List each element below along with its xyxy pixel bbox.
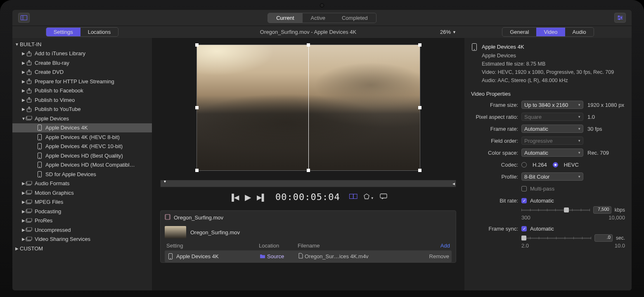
sidebar-item[interactable]: Add to iTunes Library	[12, 49, 152, 59]
codec-h264-radio[interactable]	[521, 162, 527, 167]
preset-item[interactable]: Apple Devices 4K (HEVC 10-bit)	[12, 142, 152, 151]
batch-setting-row[interactable]: Apple Devices 4K Source Oregon_Sur…ices …	[165, 250, 452, 262]
markers-menu[interactable]: ▼	[363, 193, 374, 201]
captions-button[interactable]	[380, 193, 387, 201]
tab-completed[interactable]: Completed	[334, 13, 376, 23]
crop-handle[interactable]	[195, 169, 199, 172]
scrubber-bar[interactable]: ▾ ◂	[160, 180, 456, 187]
preset-item[interactable]: Apple Devices HD (Most Compatibl…	[12, 160, 152, 170]
disclosure-triangle-icon[interactable]	[21, 200, 26, 204]
next-frame-button[interactable]: ▶▌	[257, 193, 266, 201]
clip-row[interactable]: Oregon_Surfing.mov	[165, 224, 452, 241]
inspector-filesize: Estimated file size: 8.75 MB	[482, 61, 625, 67]
share-icon	[26, 97, 32, 103]
disclosure-triangle-icon[interactable]	[21, 116, 26, 121]
add-button[interactable]: Add	[440, 243, 450, 249]
bitrate-field[interactable]: 7,500	[593, 206, 611, 214]
tab-audio[interactable]: Audio	[565, 28, 594, 36]
disclosure-triangle-icon[interactable]	[21, 79, 26, 84]
group-custom[interactable]: CUSTOM	[12, 244, 152, 253]
frame-rate-select[interactable]: Automatic▾	[521, 125, 583, 133]
group-apple-devices[interactable]: Apple Devices	[12, 114, 152, 123]
preset-item[interactable]: Apple Devices 4K (HEVC 8-bit)	[12, 132, 152, 142]
svg-rect-0	[21, 16, 27, 20]
compare-button[interactable]	[349, 193, 358, 201]
tab-video[interactable]: Video	[536, 28, 565, 36]
sidebar-item[interactable]: Create DVD	[12, 68, 152, 77]
video-viewer[interactable]	[197, 45, 420, 171]
disclosure-triangle-icon[interactable]	[21, 70, 26, 74]
prev-frame-button[interactable]: ▐◀	[229, 193, 239, 201]
disclosure-triangle-icon[interactable]	[21, 88, 26, 93]
inspector-toggle-button[interactable]	[614, 13, 626, 23]
disclosure-triangle-icon[interactable]	[21, 218, 26, 223]
remove-button[interactable]: Remove	[429, 253, 449, 259]
svg-point-7	[619, 19, 620, 20]
sidebar-group[interactable]: ProRes	[12, 216, 152, 226]
disclosure-triangle-icon[interactable]	[21, 191, 26, 195]
color-space-select[interactable]: Automatic▾	[521, 148, 583, 157]
profile-select[interactable]: 8-Bit Color▾	[521, 172, 583, 181]
bitrate-slider[interactable]: 7,500 kbps	[521, 206, 625, 214]
sidebar-group[interactable]: MPEG Files	[12, 198, 152, 207]
sidebar-group[interactable]: Video Sharing Services	[12, 235, 152, 244]
tab-settings[interactable]: Settings	[46, 28, 80, 36]
disclosure-triangle-icon[interactable]	[21, 51, 26, 56]
crop-handle[interactable]	[418, 43, 421, 47]
disclosure-triangle-icon[interactable]	[21, 181, 26, 186]
crop-handle[interactable]	[195, 106, 199, 109]
framesync-slider[interactable]: .0 sec.	[521, 234, 625, 242]
group-builtin[interactable]: BUILT-IN	[12, 40, 152, 49]
crop-handle[interactable]	[307, 43, 310, 47]
crop-handle[interactable]	[195, 43, 199, 47]
sidebar-group[interactable]: Audio Formats	[12, 179, 152, 189]
tab-locations[interactable]: Locations	[80, 28, 118, 36]
disclosure-triangle-icon[interactable]	[21, 228, 26, 232]
disclosure-triangle-icon[interactable]	[21, 237, 26, 241]
zoom-menu[interactable]: 26%▼	[440, 29, 456, 35]
sidebar-item[interactable]: Publish to YouTube	[12, 105, 152, 114]
preset-item[interactable]: Apple Devices 4K	[12, 123, 152, 133]
disclosure-triangle-icon[interactable]	[21, 209, 26, 214]
sidebar-toggle-button[interactable]	[18, 13, 30, 23]
disclosure-triangle-icon[interactable]	[21, 107, 26, 111]
tab-current[interactable]: Current	[268, 13, 302, 23]
preview-title: Oregon_Surfing.mov - Apple Devices 4K	[260, 29, 356, 35]
disclosure-triangle-icon[interactable]	[15, 42, 19, 47]
frame-size-select[interactable]: Up to 3840 x 2160▾	[521, 101, 583, 109]
crop-handle[interactable]	[418, 106, 421, 109]
svg-point-26	[39, 167, 40, 167]
crop-handle[interactable]	[418, 169, 421, 172]
sidebar-item[interactable]: Prepare for HTTP Live Streaming	[12, 77, 152, 86]
settings-sidebar[interactable]: BUILT-IN Add to iTunes Library Create Bl…	[12, 38, 152, 290]
sidebar-group[interactable]: Uncompressed	[12, 225, 152, 235]
sidebar-item[interactable]: Create Blu-ray	[12, 58, 152, 68]
crop-handle[interactable]	[307, 169, 310, 172]
sidebar-item[interactable]: Publish to Vimeo	[12, 95, 152, 105]
sub-bar: Settings Locations Oregon_Surfing.mov - …	[12, 26, 632, 38]
bitrate-auto-checkbox[interactable]: ✓	[521, 198, 527, 203]
inspector-panel[interactable]: Apple Devices 4K Apple Devices Estimated…	[464, 38, 632, 290]
out-point-icon[interactable]: ◂	[452, 181, 455, 186]
tab-active[interactable]: Active	[303, 13, 334, 23]
tab-general[interactable]: General	[502, 28, 536, 36]
compressor-window: Current Active Completed Settings Locati…	[12, 10, 632, 290]
disclosure-triangle-icon[interactable]	[21, 61, 26, 65]
device-icon	[36, 153, 43, 158]
preset-item[interactable]: Apple Devices HD (Best Quality)	[12, 151, 152, 160]
disclosure-triangle-icon[interactable]	[21, 98, 26, 102]
framesync-auto-checkbox[interactable]: ✓	[521, 226, 527, 231]
inspector-audio-info: Audio: AAC, Stereo (L R), 48.000 kHz	[482, 78, 625, 83]
sidebar-group[interactable]: Podcasting	[12, 207, 152, 216]
sidebar-item[interactable]: Publish to Facebook	[12, 86, 152, 96]
timecode-display[interactable]: 00:00:05:04	[275, 193, 340, 202]
play-button[interactable]: ▶	[245, 192, 251, 202]
preset-item[interactable]: SD for Apple Devices	[12, 170, 152, 179]
playhead-icon[interactable]: ▾	[164, 179, 166, 184]
multipass-checkbox[interactable]	[521, 186, 527, 191]
crop-guide[interactable]	[308, 45, 309, 170]
framesync-field[interactable]: .0	[594, 234, 613, 242]
disclosure-triangle-icon[interactable]	[15, 246, 19, 251]
sidebar-group[interactable]: Motion Graphics	[12, 188, 152, 198]
codec-hevc-radio[interactable]	[553, 162, 558, 167]
